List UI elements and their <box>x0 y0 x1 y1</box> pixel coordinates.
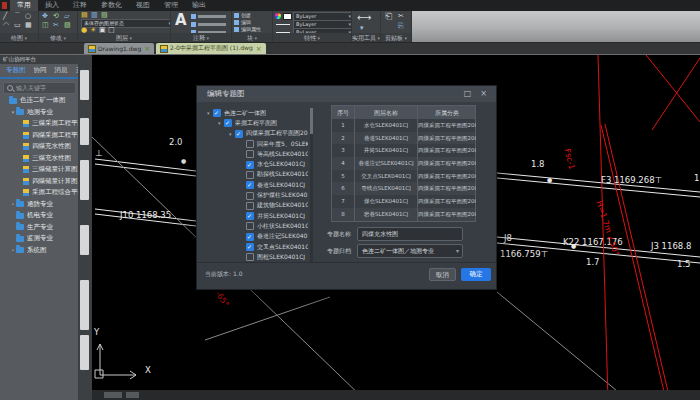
ribbon-tab[interactable]: 视图 <box>129 0 157 11</box>
layer-tree-item[interactable]: 巷道SLEK0401CJ <box>205 180 308 190</box>
vertical-tab[interactable] <box>80 118 89 145</box>
arc-tool-icon[interactable]: ◠ <box>3 22 9 29</box>
search-input[interactable]: 输入关键字 <box>3 82 76 94</box>
id-point-icon[interactable]: ▾ <box>360 25 364 32</box>
tree-item[interactable]: 生产专业 <box>0 222 78 234</box>
close-icon[interactable] <box>480 86 487 102</box>
layer-tree-item[interactable]: ▾ 采掘工程平面图 <box>205 118 308 128</box>
checkbox[interactable] <box>246 243 254 251</box>
model-tab[interactable] <box>104 392 122 398</box>
table-row[interactable]: 6 导线点SLEK0401CJ 四煤采掘工程平面图2000 <box>332 182 475 195</box>
layer-tree-item[interactable]: 图框SLEK0401CJ <box>205 252 308 262</box>
layer-on-icon[interactable]: ● <box>81 27 87 33</box>
checkbox[interactable] <box>246 222 254 230</box>
cut-icon[interactable]: ✂ <box>398 13 404 20</box>
table-row[interactable]: 2 巷道SLEK0401CJ 四煤采掘工程平面图2000 <box>332 132 475 145</box>
layer-tree-item[interactable]: 回采年度5、0SLEK0401CJ <box>205 139 308 149</box>
rotate-tool-icon[interactable]: ⟲ <box>53 13 59 20</box>
close-tab-icon[interactable] <box>256 45 262 53</box>
layer-freeze-icon[interactable]: ☀ <box>90 27 96 33</box>
measure-tool-icon[interactable]: ⟷ <box>357 14 371 21</box>
table-row[interactable]: 3 井筒SLEK0401CJ 四煤采掘工程平面图2000 <box>332 144 475 157</box>
layer-tree-item[interactable]: 水仓SLEK0401CJ <box>205 159 308 169</box>
panel-properties-label[interactable]: 特性 <box>273 33 351 42</box>
text-tool-icon[interactable]: A <box>175 13 187 28</box>
cancel-button[interactable]: 取消 <box>429 268 456 281</box>
table-row[interactable]: 5 交叉点SLEK0401CJ 四煤采掘工程平面图2000 <box>332 170 475 183</box>
move-tool-icon[interactable]: ✥ <box>42 13 48 20</box>
line-tool-icon[interactable]: ╱ <box>3 13 7 20</box>
tree-item[interactable]: 采掘工程综合平面图 <box>0 187 78 199</box>
close-tab-icon[interactable] <box>144 45 150 53</box>
block-create[interactable]: 创建 <box>234 12 251 19</box>
leader-row[interactable] <box>191 21 226 28</box>
tree-item[interactable]: • 系统图 <box>0 245 78 257</box>
checkbox[interactable] <box>246 202 254 210</box>
tree-item[interactable]: ▾ 地测专业 <box>0 107 78 119</box>
layer-tree-item[interactable]: 勘探线SLEK0401CJ <box>205 170 308 180</box>
checkbox[interactable] <box>246 181 254 189</box>
tree-item[interactable]: 色连二矿一体图 <box>0 95 78 107</box>
vertical-tab[interactable] <box>80 160 89 200</box>
layer-isolate-icon[interactable]: ▧ <box>101 12 108 19</box>
tree-item[interactable]: 监测专业 <box>0 233 78 245</box>
layer-tree-item[interactable]: 小柱状SLEK0401CJ <box>205 221 308 231</box>
ribbon-tab[interactable]: 管理 <box>157 0 185 11</box>
panel-annotation-label[interactable]: 注释 <box>171 33 231 42</box>
tree-item[interactable]: 三煤充水性图 <box>0 153 78 165</box>
copy-clip-icon[interactable]: ⎘ <box>398 23 404 30</box>
layer-tree-item[interactable]: 巷道注记SLEK0401CJ <box>205 232 308 242</box>
trim-tool-icon[interactable]: ✂ <box>53 22 59 29</box>
panel-utilities-label[interactable]: 实用工具 <box>352 33 380 42</box>
sidebar-tab[interactable]: 协同 <box>30 64 51 77</box>
sidebar-tab[interactable]: 专题图 <box>2 64 30 77</box>
layer-tree-item[interactable]: 等高线SLEK0401CJ <box>205 149 308 159</box>
vertical-tab[interactable] <box>80 280 89 330</box>
panel-clipboard-label[interactable]: 剪贴板 <box>381 33 411 42</box>
layer-tree-item[interactable]: 建筑物SLEK0401CJ <box>205 201 308 211</box>
linetype-dropdown[interactable]: ByLayer <box>293 28 351 33</box>
layer-tree-item[interactable]: 交叉点SLEK0401CJ <box>205 242 308 252</box>
checkbox[interactable] <box>246 150 254 158</box>
checkbox[interactable] <box>246 161 254 169</box>
checkbox[interactable] <box>224 119 232 127</box>
ribbon-tab[interactable]: 输出 <box>185 0 213 11</box>
sidebar-tab[interactable]: 消息 <box>51 64 72 77</box>
polyline-tool-icon[interactable]: ⌒ <box>14 13 21 20</box>
checkbox[interactable] <box>246 140 254 148</box>
hatch-tool-icon[interactable]: ▦ <box>25 22 32 29</box>
checkbox[interactable] <box>213 109 221 117</box>
checkbox[interactable] <box>246 192 254 200</box>
tree-item[interactable]: 四煤充水性图 <box>0 141 78 153</box>
file-tab[interactable]: 2-0中采掘工程平面图 (1).dwg <box>156 43 266 54</box>
archive-select[interactable]: 色连二矿一体图／地测专业 <box>357 244 463 258</box>
panel-block-label[interactable]: 块 <box>232 33 272 42</box>
scrollbar-thumb[interactable] <box>310 108 313 134</box>
tree-item[interactable]: 四煤储量计算图 <box>0 176 78 188</box>
block-edit[interactable]: 编辑 <box>234 19 251 26</box>
rectangle-tool-icon[interactable]: ▭ <box>14 22 21 29</box>
checkbox[interactable] <box>235 130 243 138</box>
panel-modify-label[interactable]: 修改 <box>39 33 77 42</box>
vertical-tab[interactable] <box>80 335 89 370</box>
paste-icon[interactable]: ⎗ <box>385 13 392 20</box>
checkbox[interactable] <box>246 212 254 220</box>
maximize-icon[interactable] <box>464 86 472 102</box>
layer-tree-item[interactable]: 保护煤柱SLEK0401CJ <box>205 190 308 200</box>
ribbon-tab[interactable]: 注释 <box>66 0 94 11</box>
panel-draw-label[interactable]: 绘图 <box>0 33 38 42</box>
table-row[interactable]: 4 巷道注记SLEK0401CJ 四煤采掘工程平面图2000 <box>332 157 475 170</box>
tree-item[interactable]: 四煤采掘工程平面图 <box>0 130 78 142</box>
layer-color-icon[interactable]: □ <box>108 27 115 33</box>
erase-tool-icon[interactable]: ▨ <box>64 22 71 29</box>
table-row[interactable]: 8 岩巷SLEK0401CJ 四煤采掘工程平面图2000 <box>332 208 475 221</box>
ribbon-tab[interactable]: 参数化 <box>94 0 129 11</box>
table-row[interactable]: 7 煤仓SLEK0401CJ 四煤采掘工程平面图2000 <box>332 195 475 208</box>
vertical-tab[interactable] <box>80 70 89 100</box>
layer-tree-item[interactable]: 井筒SLEK0401CJ <box>205 211 308 221</box>
ribbon-tab[interactable]: 插入 <box>38 0 66 11</box>
ok-button[interactable]: 确定 <box>461 268 491 281</box>
ribbon-tab[interactable]: 常用 <box>10 0 38 11</box>
mtext-row[interactable] <box>191 13 226 20</box>
checkbox[interactable] <box>246 233 254 241</box>
